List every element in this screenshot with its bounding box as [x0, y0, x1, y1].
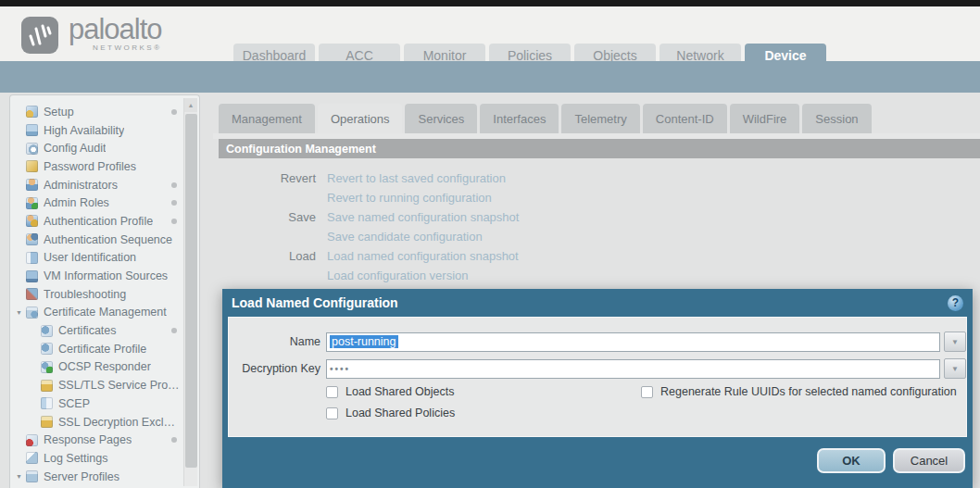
load-shared-objects-label: Load Shared Objects: [346, 385, 454, 398]
regenerate-rule-uuids-checkbox[interactable]: [641, 386, 653, 398]
ssl-decryption-exclusion-icon: [41, 416, 53, 428]
cancel-button[interactable]: Cancel: [893, 448, 965, 473]
status-dot: [171, 219, 177, 224]
load-shared-objects-checkbox[interactable]: [326, 386, 338, 398]
device-subtab-bar: Management Operations Services Interface…: [219, 104, 874, 133]
certificate-management-icon: [26, 307, 38, 319]
sidebar-item-certificate-profile[interactable]: Certificate Profile: [16, 340, 181, 358]
revert-group-label: Revert: [219, 171, 316, 185]
dialog-title-bar: Load Named Configuration ?: [222, 289, 973, 317]
sidebar-item-setup[interactable]: Setup: [16, 103, 181, 121]
decryption-key-field-label: Decryption Key: [228, 362, 320, 375]
subtab-content-id[interactable]: Content-ID: [643, 104, 727, 133]
user-identification-icon: [26, 252, 38, 264]
server-profiles-icon: [26, 470, 38, 482]
window-top-strip: [0, 0, 980, 6]
regenerate-rule-uuids-label: Regenerate Rule UUIDs for selected named…: [660, 385, 957, 398]
high-availability-icon: [26, 124, 38, 136]
setup-icon: [26, 106, 38, 118]
load-shared-policies-checkbox[interactable]: [326, 407, 338, 419]
device-sidebar: Setup High Availability Config Audit Pas…: [9, 94, 200, 488]
name-field-label: Name: [228, 335, 320, 348]
subtab-session[interactable]: Session: [802, 104, 871, 133]
dialog-title: Load Named Configuration: [232, 295, 398, 310]
expander-icon[interactable]: ▼: [16, 473, 26, 480]
troubleshooting-icon: [26, 288, 38, 300]
sidebar-item-certificates[interactable]: Certificates: [16, 321, 181, 340]
sidebar-item-high-availability[interactable]: High Availability: [16, 121, 181, 140]
admin-roles-icon: [26, 197, 38, 209]
sidebar-item-user-identification[interactable]: User Identification: [16, 249, 181, 268]
sidebar-item-ssl-tls-service-profile[interactable]: SSL/TLS Service Profile: [16, 376, 181, 394]
status-dot: [171, 200, 177, 206]
load-shared-policies-label: Load Shared Policies: [346, 407, 455, 419]
paloalto-logo-icon: [20, 16, 59, 55]
certificates-icon: [41, 325, 53, 337]
sidebar-item-response-pages[interactable]: Response Pages: [16, 431, 181, 449]
authentication-sequence-icon: [26, 233, 38, 245]
app-header: paloalto NETWORKS® Dashboard ACC Monitor…: [0, 6, 980, 61]
response-pages-icon: [26, 434, 38, 446]
certificate-profile-icon: [41, 343, 53, 355]
subtab-wildfire[interactable]: WildFire: [730, 104, 800, 133]
save-named-snapshot-link[interactable]: Save named configuration snapshot: [327, 210, 519, 224]
status-dot: [171, 328, 177, 333]
load-config-version-link[interactable]: Load configuration version: [327, 269, 469, 282]
sidebar-item-admin-roles[interactable]: Admin Roles: [16, 194, 181, 212]
ok-button[interactable]: OK: [817, 448, 886, 473]
sidebar-item-certificate-management[interactable]: ▼ Certificate Management: [16, 304, 181, 322]
scroll-up-icon[interactable]: ▲: [184, 98, 197, 112]
scrollbar-thumb[interactable]: [185, 114, 197, 468]
subtab-services[interactable]: Services: [405, 104, 477, 133]
name-input-selected-text: post-running: [330, 335, 398, 348]
revert-running-link[interactable]: Revert to running configuration: [327, 191, 492, 205]
brand-name: paloalto: [69, 14, 162, 45]
status-dot: [171, 437, 177, 443]
configuration-management-header: Configuration Management: [219, 139, 980, 158]
dialog-body: Name post-running ▼ Decryption Key •••• …: [228, 317, 967, 437]
sidebar-item-server-profiles[interactable]: ▼ Server Profiles: [16, 468, 181, 486]
decryption-key-input[interactable]: ••••: [326, 359, 940, 379]
ssl-tls-service-profile-icon: [41, 380, 53, 392]
authentication-profile-icon: [26, 215, 38, 227]
sidebar-item-vm-information-sources[interactable]: VM Information Sources: [16, 267, 181, 285]
decryption-key-masked-value: ••••: [330, 364, 350, 374]
config-audit-icon: [26, 143, 38, 155]
sidebar-item-config-audit[interactable]: Config Audit: [16, 139, 181, 157]
save-candidate-link[interactable]: Save candidate configuration: [327, 230, 483, 244]
sidebar-item-log-settings[interactable]: Log Settings: [16, 449, 181, 468]
sidebar-item-authentication-sequence[interactable]: Authentication Sequence: [16, 231, 181, 249]
load-named-snapshot-link[interactable]: Load named configuration snapshot: [327, 249, 519, 263]
name-dropdown-button[interactable]: ▼: [944, 332, 966, 352]
scep-icon: [41, 397, 53, 409]
revert-last-saved-link[interactable]: Revert to last saved configuration: [327, 171, 506, 185]
sidebar-item-scep[interactable]: SCEP: [16, 394, 181, 413]
vm-information-sources-icon: [26, 270, 38, 282]
subtab-management[interactable]: Management: [219, 104, 315, 133]
decryption-key-dropdown-button[interactable]: ▼: [944, 358, 966, 379]
expander-icon[interactable]: ▼: [16, 309, 26, 316]
status-dot: [171, 182, 177, 188]
subtab-interfaces[interactable]: Interfaces: [480, 104, 559, 133]
subtab-operations[interactable]: Operations: [318, 104, 403, 133]
load-group-label: Load: [219, 249, 316, 263]
administrators-icon: [26, 179, 38, 191]
subtab-telemetry[interactable]: Telemetry: [561, 104, 639, 133]
header-accent-bar: [0, 61, 980, 93]
help-icon[interactable]: ?: [948, 295, 963, 311]
sidebar-scrollbar[interactable]: ▲: [183, 98, 197, 486]
password-profiles-icon: [26, 160, 38, 172]
load-named-configuration-dialog: Load Named Configuration ? Name post-run…: [222, 289, 973, 488]
log-settings-icon: [26, 452, 38, 464]
ocsp-responder-icon: [41, 361, 53, 373]
sidebar-item-administrators[interactable]: Administrators: [16, 176, 181, 194]
save-group-label: Save: [219, 210, 316, 224]
status-dot: [171, 109, 177, 115]
sidebar-item-ssl-decryption-exclusion[interactable]: SSL Decryption Exclusion: [16, 413, 181, 432]
sidebar-item-password-profiles[interactable]: Password Profiles: [16, 157, 181, 176]
name-input[interactable]: post-running: [326, 332, 940, 352]
sidebar-item-authentication-profile[interactable]: Authentication Profile: [16, 212, 181, 231]
dialog-footer: OK Cancel: [222, 437, 973, 488]
sidebar-item-ocsp-responder[interactable]: OCSP Responder: [16, 358, 181, 377]
sidebar-item-troubleshooting[interactable]: Troubleshooting: [16, 285, 181, 304]
